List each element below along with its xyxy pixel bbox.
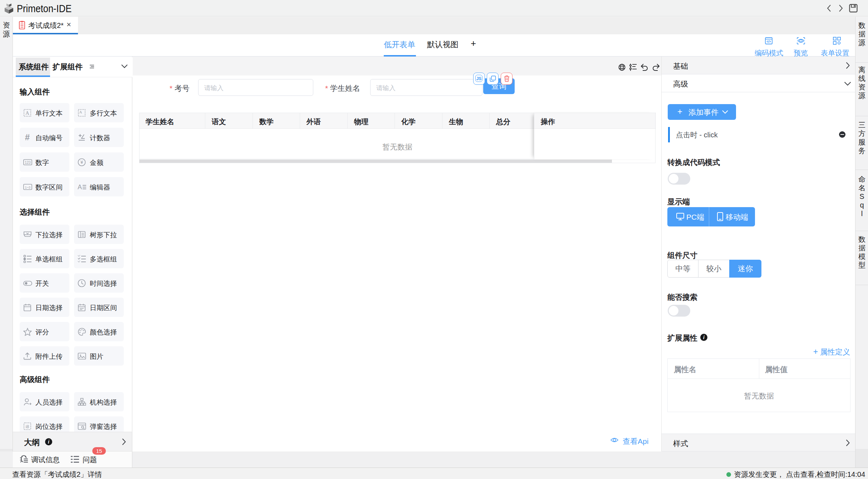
svg-text:A: A xyxy=(79,110,82,114)
svg-text:A: A xyxy=(25,110,29,116)
svg-text:A: A xyxy=(78,184,82,191)
svg-text:i8: i8 xyxy=(26,424,29,429)
svg-text:¥: ¥ xyxy=(80,160,83,165)
svg-text:1~3: 1~3 xyxy=(25,186,30,189)
svg-text:123: 123 xyxy=(25,161,31,165)
svg-text:#: # xyxy=(25,133,30,142)
